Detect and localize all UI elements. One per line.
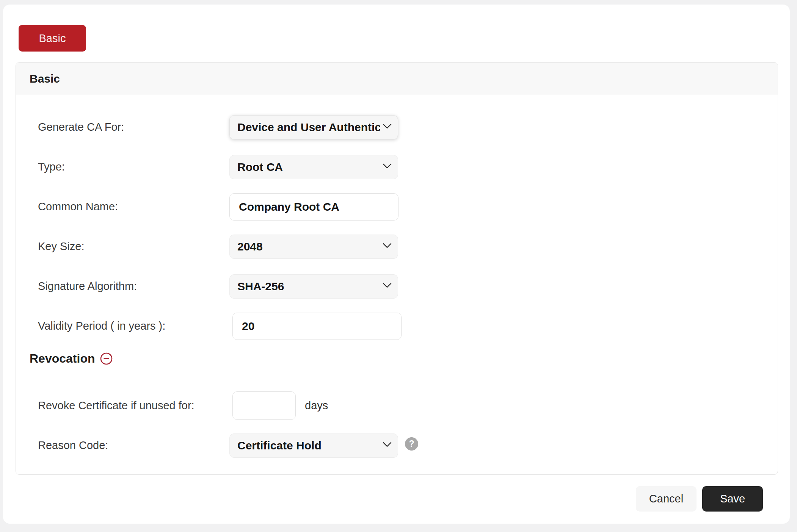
common-name-input[interactable] xyxy=(229,193,398,221)
row-signature-algorithm: Signature Algorithm: SHA-256 xyxy=(30,266,778,306)
generate-ca-for-label: Generate CA For: xyxy=(38,121,229,133)
type-label: Type: xyxy=(38,161,229,173)
row-validity-period: Validity Period ( in years ): xyxy=(30,306,778,346)
type-select[interactable]: Root CA xyxy=(229,155,398,179)
key-size-label: Key Size: xyxy=(38,240,229,253)
validity-period-input[interactable] xyxy=(232,313,402,340)
signature-algorithm-value: SHA-256 xyxy=(237,280,380,293)
generate-ca-for-value: Device and User Authentication xyxy=(237,121,380,134)
row-reason-code: Reason Code: Certificate Hold ? xyxy=(30,426,778,465)
revoke-unused-label: Revoke Certificate if unused for: xyxy=(38,399,229,412)
revocation-title: Revocation xyxy=(30,352,95,366)
type-value: Root CA xyxy=(237,161,380,174)
key-size-value: 2048 xyxy=(237,240,380,253)
revocation-divider xyxy=(30,373,763,373)
main-panel: Basic Basic Generate CA For: Device and … xyxy=(3,5,790,524)
generate-ca-for-select[interactable]: Device and User Authentication xyxy=(229,115,398,139)
row-generate-ca-for: Generate CA For: Device and User Authent… xyxy=(30,107,778,147)
cancel-button[interactable]: Cancel xyxy=(636,486,697,512)
footer-actions: Cancel Save xyxy=(3,486,790,512)
row-key-size: Key Size: 2048 xyxy=(30,227,778,266)
revocation-section-heading: Revocation xyxy=(30,352,778,365)
question-mark-icon[interactable]: ? xyxy=(405,437,418,451)
row-common-name: Common Name: xyxy=(30,187,778,227)
revoke-unused-days-input[interactable] xyxy=(232,391,296,420)
minus-circle-icon[interactable] xyxy=(100,352,113,365)
validity-period-label: Validity Period ( in years ): xyxy=(38,320,229,332)
chevron-down-icon xyxy=(383,442,392,449)
basic-section-card: Basic Generate CA For: Device and User A… xyxy=(16,62,778,475)
signature-algorithm-select[interactable]: SHA-256 xyxy=(229,274,398,299)
reason-code-label: Reason Code: xyxy=(38,439,229,452)
chevron-down-icon xyxy=(383,283,392,290)
reason-code-value: Certificate Hold xyxy=(237,439,380,452)
row-revoke-unused: Revoke Certificate if unused for: days xyxy=(30,386,778,426)
key-size-select[interactable]: 2048 xyxy=(229,235,398,259)
row-type: Type: Root CA xyxy=(30,147,778,187)
tab-basic[interactable]: Basic xyxy=(19,25,86,52)
save-button[interactable]: Save xyxy=(702,486,763,512)
chevron-down-icon xyxy=(383,163,392,171)
chevron-down-icon xyxy=(383,124,392,131)
card-body: Generate CA For: Device and User Authent… xyxy=(16,95,778,474)
chevron-down-icon xyxy=(383,243,392,250)
card-title: Basic xyxy=(30,72,60,85)
days-suffix-label: days xyxy=(305,399,328,412)
common-name-label: Common Name: xyxy=(38,200,229,213)
card-header: Basic xyxy=(16,63,778,95)
signature-algorithm-label: Signature Algorithm: xyxy=(38,280,229,293)
reason-code-select[interactable]: Certificate Hold xyxy=(229,433,398,458)
